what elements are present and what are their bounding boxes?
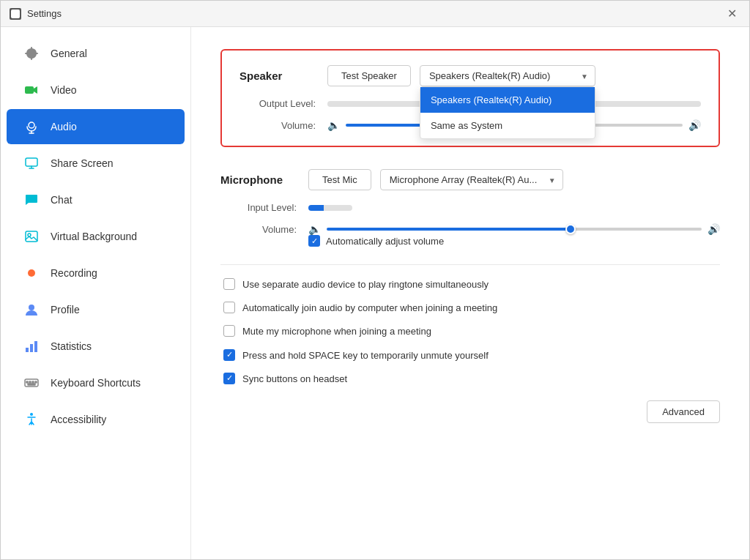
- advanced-button[interactable]: Advanced: [647, 400, 720, 423]
- sidebar-item-share-screen[interactable]: Share Screen: [7, 146, 185, 181]
- separate-audio-label: Use separate audio device to play ringto…: [242, 278, 489, 291]
- speaker-label: Speaker: [240, 70, 327, 82]
- svg-rect-11: [26, 348, 29, 352]
- sync-headset-checkmark: ✓: [226, 374, 233, 382]
- mic-dropdown[interactable]: Microphone Array (Realtek(R) Au...: [380, 169, 563, 190]
- sidebar-item-vbg[interactable]: Virtual Background: [7, 219, 185, 254]
- sidebar-item-chat[interactable]: Chat: [7, 182, 185, 217]
- sidebar-label-share: Share Screen: [51, 157, 114, 169]
- sidebar: General Video Audio Share: [1, 27, 191, 559]
- accessibility-icon: [21, 409, 42, 430]
- input-level-label: Input Level:: [220, 202, 308, 213]
- advanced-button-wrap: Advanced: [220, 400, 720, 423]
- svg-point-9: [28, 269, 35, 277]
- space-unmute-checkmark: ✓: [226, 351, 233, 359]
- mic-vol-icon-min: 🔈: [308, 223, 321, 235]
- share-screen-icon: [21, 153, 42, 173]
- auto-adjust-label: Automatically adjust volume: [326, 236, 444, 247]
- space-unmute-checkbox[interactable]: ✓: [223, 349, 235, 361]
- profile-icon: [21, 299, 42, 320]
- auto-adjust-checkmark: ✓: [311, 237, 318, 245]
- speaker-section: Speaker Test Speaker Speakers (Realtek(R…: [220, 49, 720, 147]
- speaker-dropdown[interactable]: Speakers (Realtek(R) Audio) Same as Syst…: [420, 65, 595, 86]
- mic-vol-icon-max: 🔊: [708, 223, 720, 235]
- options-section: Use separate audio device to play ringto…: [220, 264, 720, 386]
- auto-adjust-checkbox[interactable]: ✓: [308, 235, 320, 247]
- speaker-option-realtek[interactable]: Speakers (Realtek(R) Audio): [420, 87, 595, 113]
- sidebar-label-recording: Recording: [51, 267, 97, 279]
- svg-rect-13: [34, 341, 37, 352]
- svg-rect-18: [35, 381, 37, 383]
- svg-rect-15: [26, 381, 28, 383]
- sidebar-item-statistics[interactable]: Statistics: [7, 329, 185, 364]
- svg-point-20: [30, 413, 33, 416]
- input-level-row: Input Level:: [220, 202, 720, 213]
- mic-volume-label: Volume:: [220, 224, 308, 235]
- sidebar-item-accessibility[interactable]: Accessibility: [7, 402, 185, 437]
- option-sync-headset: ✓ Sync buttons on headset: [220, 373, 720, 386]
- sidebar-item-recording[interactable]: Recording: [7, 255, 185, 291]
- auto-adjust-row: ✓ Automatically adjust volume: [220, 235, 720, 247]
- separate-audio-checkbox[interactable]: [223, 278, 235, 290]
- test-mic-button[interactable]: Test Mic: [308, 169, 371, 190]
- sidebar-label-video: Video: [51, 84, 77, 96]
- sidebar-label-vbg: Virtual Background: [51, 231, 137, 242]
- sync-headset-label: Sync buttons on headset: [242, 373, 347, 386]
- svg-rect-7: [26, 231, 37, 242]
- video-icon: [21, 80, 42, 100]
- content-area: General Video Audio Share: [1, 27, 749, 559]
- mic-volume-row: Volume: 🔈 🔊: [220, 223, 720, 235]
- test-speaker-button[interactable]: Test Speaker: [327, 65, 411, 86]
- speaker-vol-icon-max: 🔊: [688, 119, 701, 131]
- sidebar-label-keyboard: Keyboard Shortcuts: [51, 377, 141, 389]
- recording-icon: [21, 263, 42, 283]
- svg-rect-16: [29, 381, 31, 383]
- option-mute-mic: Mute my microphone when joining a meetin…: [220, 325, 720, 338]
- svg-rect-6: [26, 158, 37, 166]
- sidebar-item-keyboard[interactable]: Keyboard Shortcuts: [7, 365, 185, 400]
- window-title: Settings: [27, 8, 62, 19]
- keyboard-icon: [21, 373, 42, 393]
- svg-rect-12: [30, 344, 33, 352]
- sidebar-label-chat: Chat: [51, 194, 73, 206]
- sidebar-item-general[interactable]: General: [7, 36, 185, 71]
- mic-volume-slider-wrap: 🔈 🔊: [308, 223, 720, 235]
- speaker-volume-label: Volume:: [240, 120, 327, 131]
- sidebar-label-audio: Audio: [51, 121, 77, 132]
- mic-volume-track[interactable]: [327, 228, 702, 231]
- titlebar-left: Settings: [10, 8, 62, 20]
- sidebar-label-profile: Profile: [51, 304, 80, 316]
- sidebar-item-audio[interactable]: Audio: [7, 109, 185, 144]
- svg-rect-19: [28, 384, 35, 385]
- general-icon: [21, 43, 42, 64]
- microphone-header: Microphone Test Mic Microphone Array (Re…: [220, 169, 720, 190]
- space-unmute-label: Press and hold SPACE key to temporarily …: [242, 349, 489, 362]
- option-separate-audio: Use separate audio device to play ringto…: [220, 278, 720, 291]
- svg-rect-0: [11, 10, 20, 18]
- auto-join-checkbox[interactable]: [223, 302, 235, 313]
- svg-point-10: [29, 305, 34, 310]
- speaker-vol-icon-min: 🔈: [327, 119, 340, 131]
- mute-mic-label: Mute my microphone when joining a meetin…: [242, 325, 431, 338]
- microphone-label: Microphone: [220, 173, 308, 186]
- settings-window: Settings ✕ General Video: [0, 0, 750, 560]
- option-auto-join: Automatically join audio by computer whe…: [220, 302, 720, 315]
- close-button[interactable]: ✕: [723, 5, 740, 23]
- sidebar-item-profile[interactable]: Profile: [7, 292, 185, 327]
- sidebar-label-statistics: Statistics: [51, 340, 92, 352]
- svg-rect-2: [25, 86, 34, 94]
- speaker-row: Speaker Test Speaker Speakers (Realtek(R…: [240, 65, 701, 86]
- speaker-option-system[interactable]: Same as System: [420, 113, 595, 138]
- titlebar: Settings ✕: [1, 1, 749, 27]
- mic-dropdown-wrap: Microphone Array (Realtek(R) Au... ▼: [380, 169, 563, 190]
- auto-join-label: Automatically join audio by computer whe…: [242, 302, 497, 315]
- sync-headset-checkbox[interactable]: ✓: [223, 373, 235, 384]
- sidebar-label-general: General: [51, 48, 87, 59]
- output-level-label: Output Level:: [240, 98, 327, 109]
- app-icon: [10, 8, 21, 20]
- sidebar-item-video[interactable]: Video: [7, 72, 185, 108]
- microphone-section: Microphone Test Mic Microphone Array (Re…: [220, 169, 720, 247]
- mute-mic-checkbox[interactable]: [223, 325, 235, 337]
- mic-volume-thumb[interactable]: [565, 224, 576, 234]
- main-content: Speaker Test Speaker Speakers (Realtek(R…: [191, 27, 749, 559]
